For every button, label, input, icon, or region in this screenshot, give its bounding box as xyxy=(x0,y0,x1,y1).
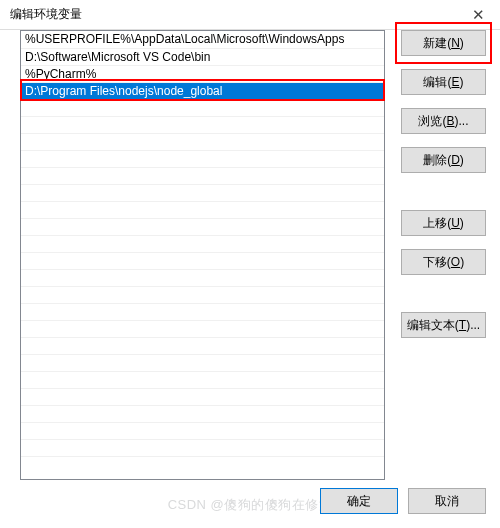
list-item[interactable]: D:\Software\Microsoft VS Code\bin xyxy=(21,48,384,65)
edit-button[interactable]: 编辑(E) xyxy=(401,69,486,95)
browse-button[interactable]: 浏览(B)... xyxy=(401,108,486,134)
close-button[interactable]: ✕ xyxy=(456,0,500,30)
titlebar: 编辑环境变量 ✕ xyxy=(0,0,500,30)
list-item-selected[interactable]: D:\Program Files\nodejs\node_global xyxy=(21,82,384,99)
edittext-button[interactable]: 编辑文本(T)... xyxy=(401,312,486,338)
ok-button[interactable]: 确定 xyxy=(320,488,398,514)
movedown-button[interactable]: 下移(O) xyxy=(401,249,486,275)
path-listbox[interactable]: %USERPROFILE%\AppData\Local\Microsoft\Wi… xyxy=(20,30,385,480)
delete-button[interactable]: 删除(D) xyxy=(401,147,486,173)
list-empty-row xyxy=(21,99,384,116)
list-item[interactable]: %PyCharm% xyxy=(21,65,384,82)
footer-buttons: 确定 取消 xyxy=(320,488,486,514)
moveup-button[interactable]: 上移(U) xyxy=(401,210,486,236)
button-column: 新建(N) 编辑(E) 浏览(B)... 删除(D) 上移(U) 下移(O) 编… xyxy=(401,30,486,351)
list-item[interactable]: %USERPROFILE%\AppData\Local\Microsoft\Wi… xyxy=(21,31,384,48)
cancel-button[interactable]: 取消 xyxy=(408,488,486,514)
close-icon: ✕ xyxy=(472,6,485,24)
window-title: 编辑环境变量 xyxy=(10,6,82,23)
new-button[interactable]: 新建(N) xyxy=(401,30,486,56)
